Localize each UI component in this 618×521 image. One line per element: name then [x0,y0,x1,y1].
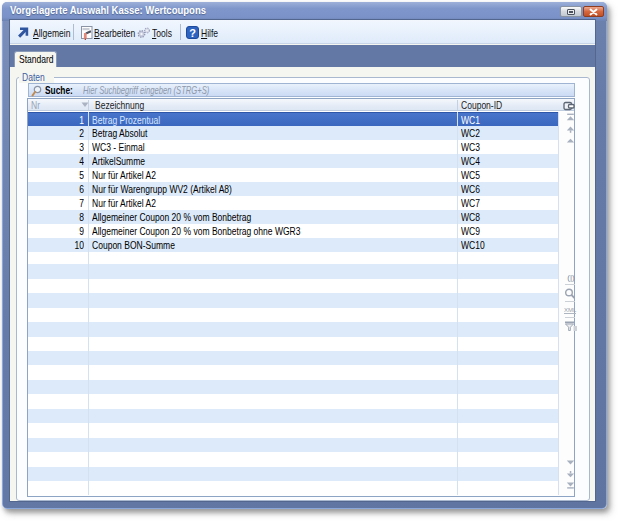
svg-text:?: ? [189,27,196,39]
